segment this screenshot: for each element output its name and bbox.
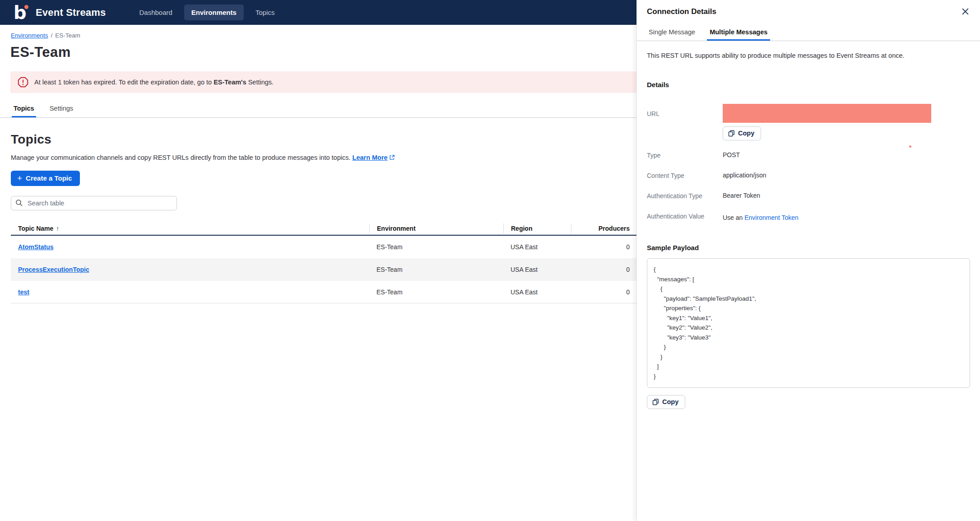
sort-ascending-icon[interactable]: ↑ [56, 225, 59, 232]
copy-payload-button[interactable]: Copy [647, 395, 685, 409]
breadcrumb-environments-link[interactable]: Environments [11, 32, 48, 39]
tab-single-message[interactable]: Single Message [649, 28, 695, 41]
panel-title: Connection Details [647, 7, 716, 16]
create-topic-button[interactable]: + Create a Topic [11, 171, 80, 186]
topics-section-description: Manage your communication channels and c… [11, 154, 636, 162]
red-dot [909, 145, 911, 148]
sample-payload-box: { "messages": [ { "payload": "SampleTest… [647, 258, 970, 388]
search-icon [15, 199, 23, 207]
panel-description: This REST URL supports ability to produc… [647, 52, 970, 59]
external-link-icon [389, 154, 395, 162]
copy-icon [728, 130, 735, 137]
top-nav: Dashboard Environments Topics [132, 5, 282, 20]
sample-payload-code: { "messages": [ { "payload": "SampleTest… [654, 265, 963, 381]
redacted-url-value [723, 104, 931, 123]
banner-env-name: ES-Team's [214, 79, 246, 86]
column-header-producers[interactable]: Producers [571, 223, 637, 233]
auth-value-label: Authentication Value [647, 212, 723, 221]
topics-section-heading: Topics [11, 132, 636, 147]
cell-producers: 0 [571, 288, 637, 296]
brand: b Event Streams [14, 3, 106, 23]
search-table-wrap [11, 196, 177, 210]
page-title: ES-Team [10, 44, 636, 60]
tab-settings[interactable]: Settings [50, 105, 73, 117]
cell-region: USA East [503, 243, 571, 251]
type-label: Type [647, 151, 723, 160]
cell-environment: ES-Team [369, 243, 503, 251]
panel-tabs: Single Message Multiple Messages [649, 28, 980, 41]
copy-icon [652, 399, 659, 405]
field-row-auth-type: Authentication Type Bearer Token [647, 192, 980, 200]
cell-region: USA East [503, 266, 571, 273]
panel-tab-divider [637, 41, 980, 41]
field-row-content-type: Content Type application/json [647, 172, 980, 180]
tab-multiple-messages[interactable]: Multiple Messages [710, 28, 767, 41]
field-row-type: Type POST [647, 151, 980, 160]
column-header-region[interactable]: Region [503, 223, 571, 233]
field-row-auth-value: Authentication Value Use an Environment … [647, 212, 980, 221]
learn-more-link[interactable]: Learn More [353, 154, 388, 161]
main-content: Environments/ES-Team ES-Team At least 1 … [0, 25, 636, 303]
nav-item-environments[interactable]: Environments [184, 5, 244, 20]
nav-item-topics[interactable]: Topics [248, 5, 282, 20]
tab-topics[interactable]: Topics [14, 105, 34, 117]
token-expired-banner: At least 1 token has expired. To edit th… [10, 71, 636, 93]
banner-text: At least 1 token has expired. To edit th… [34, 79, 274, 86]
topic-link-atomstatus[interactable]: AtomStatus [18, 243, 54, 251]
page-tab-bar: Topics Settings [0, 105, 636, 118]
nav-item-dashboard[interactable]: Dashboard [132, 5, 179, 20]
warning-octagon-icon [17, 76, 29, 88]
column-header-environment[interactable]: Environment [369, 223, 503, 233]
url-label: URL [647, 104, 723, 140]
breadcrumb-separator: / [51, 32, 53, 39]
type-value: POST [723, 151, 740, 160]
table-header-row: Topic Name ↑ Environment Region Producer… [11, 222, 637, 236]
sample-payload-heading: Sample Payload [647, 244, 980, 251]
content-type-label: Content Type [647, 172, 723, 180]
logo-dot [24, 5, 28, 9]
table-row: ProcessExecutionTopic ES-Team USA East 0 [11, 258, 637, 281]
plus-icon: + [17, 175, 22, 181]
connection-details-panel: Connection Details Single Message Multip… [636, 0, 980, 521]
cell-environment: ES-Team [369, 266, 503, 273]
copy-url-button[interactable]: Copy [723, 126, 761, 140]
app-title: Event Streams [36, 7, 106, 19]
topic-link-test[interactable]: test [18, 288, 29, 296]
column-header-topic-name[interactable]: Topic Name ↑ [11, 225, 369, 232]
auth-value-value: Use an Environment Token [723, 212, 799, 221]
boomi-logo-icon: b [14, 3, 32, 23]
field-row-url: URL Copy [647, 104, 980, 140]
breadcrumb-current: ES-Team [55, 32, 80, 39]
close-icon[interactable] [961, 7, 970, 16]
search-input[interactable] [11, 196, 177, 210]
cell-environment: ES-Team [369, 288, 503, 296]
auth-type-value: Bearer Token [723, 192, 760, 200]
table-row: AtomStatus ES-Team USA East 0 [11, 236, 637, 258]
environment-token-link[interactable]: Environment Token [744, 214, 799, 221]
breadcrumb: Environments/ES-Team [11, 32, 636, 39]
details-heading: Details [647, 81, 980, 88]
tab-divider [0, 117, 636, 118]
cell-producers: 0 [571, 266, 637, 273]
table-row: test ES-Team USA East 0 [11, 281, 637, 303]
auth-type-label: Authentication Type [647, 192, 723, 200]
topic-link-processexecutiontopic[interactable]: ProcessExecutionTopic [18, 266, 89, 273]
cell-producers: 0 [571, 243, 637, 251]
panel-header: Connection Details [637, 0, 980, 16]
cell-region: USA East [503, 288, 571, 296]
topics-table: Topic Name ↑ Environment Region Producer… [11, 222, 637, 303]
content-type-value: application/json [723, 172, 766, 180]
